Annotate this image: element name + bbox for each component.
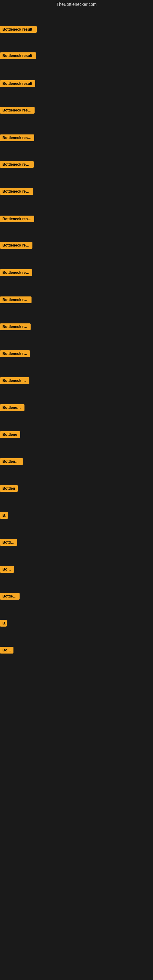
bottleneck-badge-row: Bottlene xyxy=(0,431,20,439)
bottleneck-result-badge[interactable]: Bottlen xyxy=(0,485,18,492)
bottleneck-badge-row: Bottleneck result xyxy=(0,242,32,250)
bottleneck-badge-row: Bottleneck result xyxy=(0,107,35,115)
bottleneck-badge-row: Bottleneck re xyxy=(0,404,24,412)
bottleneck-result-badge[interactable]: Bottle xyxy=(0,566,14,573)
bottleneck-result-badge[interactable]: Bottleneck result xyxy=(0,188,33,195)
bottleneck-badge-row: Bottleneck result xyxy=(0,134,34,142)
bottleneck-result-badge[interactable]: Bottleneck result xyxy=(0,242,32,249)
bottleneck-result-badge[interactable]: Bottleneck result xyxy=(0,216,34,222)
bottleneck-badge-row: Bottleneck result xyxy=(0,323,30,331)
bottleneck-badge-row: Bottle xyxy=(0,647,13,655)
bottleneck-result-badge[interactable]: Bo xyxy=(0,620,7,627)
bottleneck-badge-row: Bottlen xyxy=(0,485,18,493)
bottleneck-badge-row: Bo xyxy=(0,512,8,520)
bottleneck-result-badge[interactable]: Bottleneck result xyxy=(0,107,35,114)
bottleneck-result-badge[interactable]: Bottleneck result xyxy=(0,161,33,168)
bottleneck-result-badge[interactable]: Bottleneck result xyxy=(0,52,36,59)
bottleneck-badge-row: Bottleneck r xyxy=(0,458,23,466)
bottleneck-result-badge[interactable]: Bottleneck result xyxy=(0,269,32,276)
bottleneck-badge-row: Bottleneck result xyxy=(0,296,32,304)
bottleneck-badge-row: Bottleneck result xyxy=(0,26,37,34)
bottleneck-badge-row: Bottlenec xyxy=(0,593,19,601)
bottleneck-result-badge[interactable]: Bottle xyxy=(0,647,13,654)
bottleneck-badge-row: Bottleneck result xyxy=(0,350,30,358)
bottleneck-result-badge[interactable]: Bottlen xyxy=(0,539,17,546)
bottleneck-result-badge[interactable]: Bottleneck result xyxy=(0,134,34,141)
bottleneck-result-badge[interactable]: Bottleneck result xyxy=(0,296,32,303)
bottleneck-result-badge[interactable]: Bottlene xyxy=(0,431,20,438)
bottleneck-result-badge[interactable]: Bottleneck r xyxy=(0,458,23,465)
bottleneck-result-badge[interactable]: Bottleneck result xyxy=(0,350,30,357)
bottleneck-badge-row: Bottleneck result xyxy=(0,161,33,169)
bottleneck-result-badge[interactable]: Bottleneck re xyxy=(0,404,24,411)
bottleneck-result-badge[interactable]: Bottleneck result xyxy=(0,377,29,384)
bottleneck-badge-row: Bo xyxy=(0,620,7,628)
bottleneck-badge-row: Bottleneck result xyxy=(0,216,34,224)
bottleneck-badge-row: Bottleneck result xyxy=(0,188,33,196)
bottleneck-badge-row: Bottlen xyxy=(0,539,17,547)
bottleneck-badge-row: Bottleneck result xyxy=(0,80,35,88)
bottleneck-result-badge[interactable]: Bottleneck result xyxy=(0,323,30,330)
bottleneck-result-badge[interactable]: Bottlenec xyxy=(0,593,19,600)
bottleneck-badge-row: Bottleneck result xyxy=(0,269,32,277)
bottleneck-badge-row: Bottleneck result xyxy=(0,377,29,385)
bottleneck-result-badge[interactable]: Bo xyxy=(0,512,8,519)
bottleneck-badge-row: Bottle xyxy=(0,566,14,574)
bottleneck-result-badge[interactable]: Bottleneck result xyxy=(0,80,35,87)
bottleneck-result-badge[interactable]: Bottleneck result xyxy=(0,26,37,33)
site-title: TheBottlenecker.com xyxy=(0,0,153,9)
bottleneck-badge-row: Bottleneck result xyxy=(0,52,36,60)
